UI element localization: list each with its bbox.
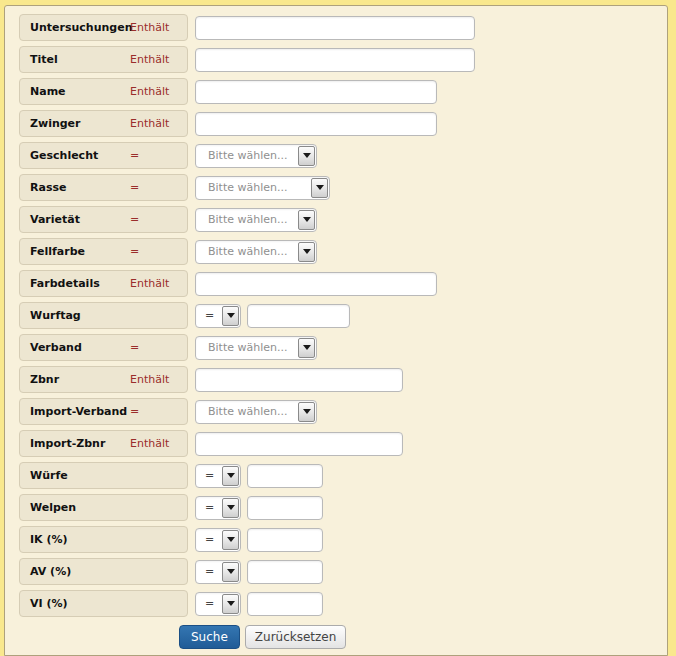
row-label: Verband [30,341,130,354]
row-field-varietaet: Bitte wählen... [195,206,317,233]
form-row-rasse: Rasse=Bitte wählen... [19,174,667,201]
zwinger-input[interactable] [195,112,437,136]
varietaet-select[interactable]: Bitte wählen... [195,208,317,232]
wurftag-input[interactable] [247,304,350,328]
vi-prozent-operator-select[interactable]: = [195,592,241,616]
rasse-select-value: Bitte wählen... [196,177,329,198]
chevron-down-icon[interactable] [298,402,315,422]
untersuchungen-input[interactable] [195,16,475,40]
down-triangle-glyph [303,249,311,254]
chevron-down-icon[interactable] [222,530,239,550]
row-label: Untersuchungen [30,21,130,34]
chevron-down-icon[interactable] [298,146,315,166]
form-row-import-verband: Import-Verband=Bitte wählen... [19,398,667,425]
titel-input[interactable] [195,48,475,72]
down-triangle-glyph [303,409,311,414]
chevron-down-icon[interactable] [311,178,328,198]
row-label: AV (%) [30,565,130,578]
row-label: VI (%) [30,597,130,610]
row-label: Name [30,85,130,98]
reset-button[interactable]: Zurücksetzen [245,625,347,649]
chevron-down-icon[interactable] [222,498,239,518]
wurftag-operator-select[interactable]: = [195,304,241,328]
ik-prozent-operator-select[interactable]: = [195,528,241,552]
wuerfe-input[interactable] [247,464,323,488]
down-triangle-glyph [227,313,235,318]
row-label: Import-Verband [30,405,130,418]
row-label: Varietät [30,213,130,226]
search-button[interactable]: Suche [179,625,240,649]
farbdetails-input[interactable] [195,272,437,296]
chevron-down-icon[interactable] [222,562,239,582]
down-triangle-glyph [303,345,311,350]
row-label-box-zwinger: ZwingerEnthält [19,110,188,137]
down-triangle-glyph [227,473,235,478]
fellfarbe-select[interactable]: Bitte wählen... [195,240,317,264]
vi-prozent-input[interactable] [247,592,323,616]
row-operator: = [130,181,139,194]
av-prozent-operator-select[interactable]: = [195,560,241,584]
row-label: Zbnr [30,373,130,386]
row-label: Titel [30,53,130,66]
welpen-operator-select[interactable]: = [195,496,241,520]
row-field-name [195,78,437,105]
row-label-box-verband: Verband= [19,334,188,361]
wuerfe-operator-select[interactable]: = [195,464,241,488]
row-field-welpen: = [195,494,323,521]
row-field-rasse: Bitte wählen... [195,174,330,201]
form-actions: Suche Zurücksetzen [179,625,667,649]
row-operator: Enthält [130,437,169,450]
row-label-box-welpen: Welpen [19,494,188,521]
row-label-box-vi-prozent: VI (%) [19,590,188,617]
ik-prozent-input[interactable] [247,528,323,552]
search-form-panel: UntersuchungenEnthältTitelEnthältNameEnt… [4,5,668,656]
chevron-down-icon[interactable] [298,210,315,230]
row-field-zwinger [195,110,437,137]
down-triangle-glyph [303,153,311,158]
row-field-untersuchungen [195,14,475,41]
row-label: Geschlecht [30,149,130,162]
chevron-down-icon[interactable] [298,338,315,358]
form-row-ik-prozent: IK (%)= [19,526,667,553]
form-row-wuerfe: Würfe= [19,462,667,489]
verband-select[interactable]: Bitte wählen... [195,336,317,360]
chevron-down-icon[interactable] [222,594,239,614]
row-label-box-import-zbnr: Import-ZbnrEnthält [19,430,188,457]
rasse-select[interactable]: Bitte wählen... [195,176,330,200]
row-label: Fellfarbe [30,245,130,258]
form-row-wurftag: Wurftag= [19,302,667,329]
row-field-fellfarbe: Bitte wählen... [195,238,317,265]
row-field-import-zbnr [195,430,403,457]
row-label: Zwinger [30,117,130,130]
chevron-down-icon[interactable] [222,306,239,326]
row-label: Wurftag [30,309,130,322]
row-label-box-rasse: Rasse= [19,174,188,201]
chevron-down-icon[interactable] [298,242,315,262]
form-rows: UntersuchungenEnthältTitelEnthältNameEnt… [19,14,667,617]
down-triangle-glyph [227,537,235,542]
row-operator: = [130,213,139,226]
row-operator: Enthält [130,85,169,98]
import-verband-select[interactable]: Bitte wählen... [195,400,317,424]
row-field-farbdetails [195,270,437,297]
import-zbnr-input[interactable] [195,432,403,456]
row-operator: = [130,405,139,418]
chevron-down-icon[interactable] [222,466,239,486]
row-label: Farbdetails [30,277,130,290]
form-row-vi-prozent: VI (%)= [19,590,667,617]
down-triangle-glyph [316,185,324,190]
av-prozent-input[interactable] [247,560,323,584]
name-input[interactable] [195,80,437,104]
form-row-import-zbnr: Import-ZbnrEnthält [19,430,667,457]
row-field-wuerfe: = [195,462,323,489]
row-label-box-fellfarbe: Fellfarbe= [19,238,188,265]
form-row-name: NameEnthält [19,78,667,105]
form-row-zbnr: ZbnrEnthält [19,366,667,393]
row-label-box-ik-prozent: IK (%) [19,526,188,553]
zbnr-input[interactable] [195,368,403,392]
welpen-input[interactable] [247,496,323,520]
form-row-geschlecht: Geschlecht=Bitte wählen... [19,142,667,169]
row-operator: Enthält [130,21,169,34]
row-operator: Enthält [130,277,169,290]
geschlecht-select[interactable]: Bitte wählen... [195,144,317,168]
